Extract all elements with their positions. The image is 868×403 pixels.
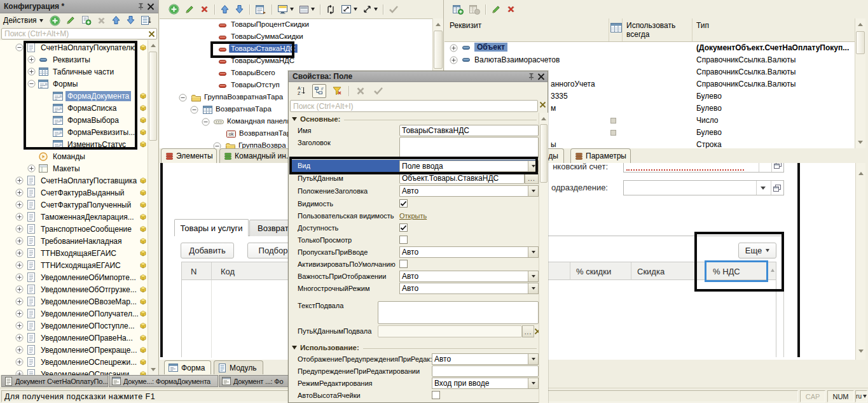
expand-icon[interactable] — [27, 55, 36, 64]
expand-icon[interactable] — [15, 334, 24, 342]
tree-item-УведомлениеОбИмпорте-[interactable]: УведомлениеОбИмпорте... — [0, 271, 148, 283]
property-checkbox[interactable] — [399, 199, 408, 208]
expand-icon[interactable] — [15, 237, 24, 245]
use-always-checkbox[interactable] — [610, 130, 616, 136]
use-always-checkbox[interactable] — [610, 118, 616, 124]
tree-item-Табличные-части[interactable]: Табличные части — [0, 66, 148, 78]
tree-item-Реквизиты[interactable]: Реквизиты — [0, 53, 148, 66]
move-down-icon[interactable] — [235, 4, 244, 15]
scroll-up-icon[interactable] — [856, 169, 865, 178]
tab-module[interactable]: Модуль — [214, 360, 263, 374]
expand-icon[interactable] — [15, 225, 24, 233]
ellipsis-button[interactable]: ... — [522, 325, 534, 337]
preview-monitor-icon[interactable] — [277, 4, 288, 14]
property-select[interactable]: Авто — [399, 283, 539, 294]
dropdown-caret-icon[interactable] — [354, 8, 357, 11]
collapse-icon[interactable] — [202, 118, 210, 126]
form-preview-scrollbar[interactable] — [855, 163, 865, 360]
column-discount-pct[interactable]: % скидки — [576, 267, 611, 276]
expand-icon[interactable] — [15, 370, 24, 375]
expand-icon[interactable] — [27, 164, 36, 173]
configuration-tree-scrollbar[interactable] — [148, 40, 158, 375]
move-up-icon[interactable] — [220, 4, 230, 15]
property-input[interactable]: ТоварыСтавкаНДС — [399, 125, 539, 136]
expand-icon[interactable] — [15, 273, 24, 281]
dropdown-icon[interactable] — [528, 271, 538, 281]
tree-item-СчетФактураПолученный[interactable]: СчетФактураПолученный — [0, 199, 148, 211]
actions-menu-button[interactable]: Действия — [3, 16, 43, 25]
tree-item-Формы[interactable]: Формы — [0, 78, 148, 90]
element-item-ТоварыПроцентСкидки[interactable]: ТоварыПроцентСкидки — [160, 19, 432, 31]
column-code[interactable]: Код — [221, 267, 235, 276]
swap-arrows-icon[interactable] — [326, 4, 336, 15]
configuration-search[interactable]: Поиск (Ctrl+Alt+M) — [1, 28, 157, 39]
expand-icon[interactable] — [15, 176, 24, 185]
property-select[interactable]: Авто — [399, 185, 539, 197]
add-icon[interactable] — [169, 4, 179, 15]
window-tab-1[interactable]: Докуме...: ФормаДокумента — [109, 375, 218, 387]
expand-icon[interactable] — [15, 297, 24, 306]
cancel-x-disabled-icon[interactable] — [356, 87, 365, 95]
open-link[interactable]: Открыть — [399, 212, 427, 220]
scroll-up-icon[interactable] — [433, 20, 443, 29]
property-checkbox[interactable] — [399, 260, 408, 268]
scrollbar-thumb[interactable] — [540, 124, 548, 183]
tree-item-УведомлениеОСпецрежи-[interactable]: УведомлениеОСпецрежи... — [0, 356, 148, 368]
tree-item-УведомлениеОПравеНа-[interactable]: УведомлениеОПравеНа... — [0, 332, 148, 344]
edit-pencil-icon[interactable] — [184, 4, 195, 15]
tab-parameters[interactable]: Параметры — [570, 148, 631, 163]
clear-search-icon[interactable] — [146, 29, 156, 39]
scroll-down-icon[interactable] — [855, 138, 865, 147]
layout-panel-icon[interactable] — [299, 5, 309, 14]
tree-item-ИзменитьСтатус[interactable]: ИзменитьСтатус — [0, 138, 148, 150]
pin-icon[interactable] — [526, 71, 536, 81]
expand-icon[interactable] — [450, 44, 458, 52]
column-vat-pct[interactable]: % НДС — [713, 267, 740, 276]
sort-az-icon[interactable]: AZ — [296, 85, 307, 96]
dropdown-icon[interactable] — [528, 247, 538, 257]
list-arrow-icon[interactable] — [255, 4, 266, 15]
tree-item-ТТНИсходящаяЕГАИС[interactable]: ТТНИсходящаяЕГАИС — [0, 259, 148, 271]
resize-diagonal-icon[interactable] — [362, 4, 372, 14]
delete-x-red-icon[interactable] — [200, 4, 209, 14]
property-select[interactable]: Вход при вводе — [432, 378, 539, 389]
property-multiline-input[interactable] — [399, 137, 539, 159]
close-icon[interactable] — [536, 71, 546, 81]
property-multiline-input[interactable] — [378, 301, 539, 324]
tree-item-ФормаДокумента[interactable]: ФормаДокумента — [0, 90, 148, 102]
delete-x-disabled-icon[interactable] — [97, 16, 106, 25]
expand-icon[interactable] — [15, 261, 24, 269]
filter-funnel-icon[interactable] — [332, 86, 342, 95]
dropdown-caret-icon[interactable] — [311, 8, 315, 11]
expand-icon[interactable] — [15, 188, 24, 197]
more-button[interactable]: Еще — [738, 243, 776, 258]
dropdown-icon[interactable] — [528, 283, 538, 293]
section-collapse-icon[interactable] — [292, 117, 297, 121]
tab-goods-services[interactable]: Товары и услуги — [174, 219, 249, 236]
add-icon[interactable] — [50, 15, 60, 26]
attribute-row-ВалютаВзаиморасчетов[interactable]: ВалютаВзаиморасчетовСправочникСсылка.Вал… — [444, 54, 855, 66]
tree-item-ТаможеннаяДекларация-[interactable]: ТаможеннаяДекларация... — [0, 211, 148, 223]
apply-check-disabled-icon[interactable] — [389, 5, 399, 13]
open-button-icon[interactable] — [773, 185, 781, 192]
dropdown-icon[interactable] — [761, 187, 766, 190]
property-input[interactable]: Объект.Товары.СтавкаНДС — [399, 173, 525, 184]
scroll-up-icon[interactable] — [539, 114, 548, 123]
resize-window-icon[interactable] — [341, 4, 352, 14]
pin-icon[interactable] — [135, 1, 146, 11]
element-item-ТоварыСуммаНДС[interactable]: ТоварыСуммаНДС — [160, 55, 432, 67]
collapse-icon[interactable] — [213, 142, 221, 148]
expand-icon[interactable] — [15, 322, 24, 330]
add-row-button[interactable]: Добавить — [181, 243, 234, 258]
move-up-icon[interactable] — [111, 15, 121, 25]
tree-item-УведомлениеОПолучател-[interactable]: УведомлениеОПолучател... — [0, 308, 148, 320]
clear-icon[interactable] — [534, 328, 539, 335]
property-input[interactable] — [378, 325, 522, 337]
tree-item-УведомлениеОСписании-[interactable]: УведомлениеОСписании... — [0, 368, 148, 375]
move-down-icon[interactable] — [126, 15, 135, 25]
expand-icon[interactable] — [27, 67, 36, 76]
tab-command-interface[interactable]: Командный ин... — [219, 148, 294, 163]
attributes-scrollbar[interactable] — [855, 18, 865, 148]
property-checkbox[interactable] — [432, 391, 440, 399]
expand-icon[interactable] — [15, 309, 24, 318]
